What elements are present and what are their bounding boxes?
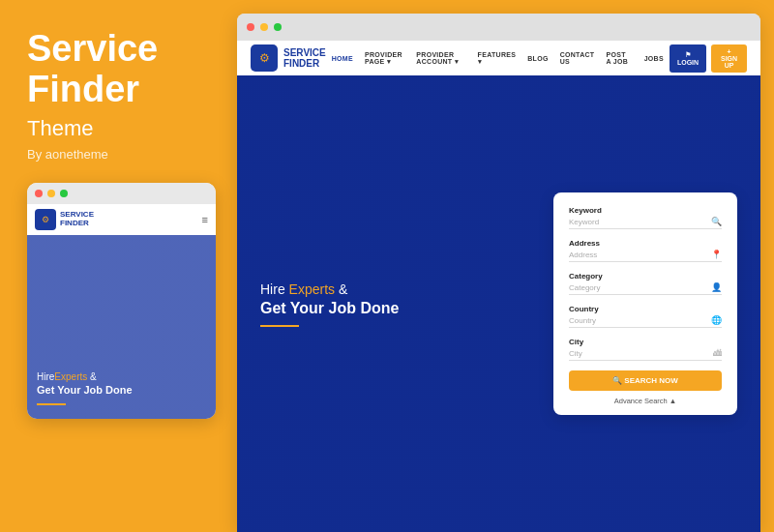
browser-titlebar <box>237 14 760 41</box>
desktop-hero: Hire Experts & Get Your Job Done Keyword… <box>237 75 760 532</box>
city-field: City City 🏙 <box>569 338 722 361</box>
nav-links: HOME PROVIDER PAGE ▾ PROVIDER ACCOUNT ▾ … <box>326 47 670 70</box>
desktop-mockup: ⚙ SERVICE FINDER HOME PROVIDER PAGE ▾ PR… <box>237 14 760 532</box>
category-label: Category <box>569 272 722 281</box>
desktop-logo: ⚙ SERVICE FINDER <box>251 44 326 72</box>
nav-provider-page[interactable]: PROVIDER PAGE ▾ <box>359 47 410 70</box>
mobile-logo-icon: ⚙ <box>35 209 56 230</box>
category-field: Category Category 👤 <box>569 272 722 295</box>
nav-provider-account[interactable]: PROVIDER ACCOUNT ▾ <box>410 47 471 70</box>
author-label: By aonetheme <box>27 147 108 162</box>
city-icon: 🏙 <box>713 348 722 358</box>
category-icon: 👤 <box>711 282 722 292</box>
signup-button[interactable]: + SIGN UP <box>711 44 747 73</box>
browser-dot-red <box>247 23 254 31</box>
mobile-titlebar <box>27 183 216 204</box>
theme-subtitle: Theme <box>27 116 93 141</box>
category-input-row: Category 👤 <box>569 282 722 295</box>
mobile-hero: HireExperts & Get Your Job Done <box>27 235 216 419</box>
mobile-logo-text: SERVICE FINDER <box>60 211 94 228</box>
nav-buttons: ⚑ LOGIN + SIGN UP <box>670 44 747 73</box>
mobile-hero-divider <box>37 403 66 405</box>
desktop-logo-text: SERVICE FINDER <box>283 47 326 69</box>
address-label: Address <box>569 239 722 248</box>
country-placeholder: Country <box>569 316 596 325</box>
search-now-button[interactable]: 🔍 SEARCH NOW <box>569 370 722 391</box>
address-input-row: Address 📍 <box>569 250 722 262</box>
hero-line1: Hire Experts & <box>260 281 553 297</box>
search-field-icon: 🔍 <box>711 217 722 226</box>
keyword-field: Keyword Keyword 🔍 <box>569 206 722 229</box>
login-button[interactable]: ⚑ LOGIN <box>670 44 706 73</box>
hamburger-icon[interactable]: ≡ <box>202 214 208 225</box>
city-placeholder: City <box>569 349 582 358</box>
browser-dot-yellow <box>260 23 268 31</box>
left-panel: Service Finder Theme By aonetheme ⚙ SERV… <box>0 0 237 532</box>
nav-features[interactable]: FEATURES ▾ <box>472 47 522 70</box>
hero-text-block: Hire Experts & Get Your Job Done <box>260 281 553 327</box>
address-placeholder: Address <box>569 251 597 259</box>
keyword-input-row: Keyword 🔍 <box>569 217 722 229</box>
hero-divider <box>260 325 299 327</box>
nav-jobs[interactable]: JOBS <box>639 51 670 66</box>
advance-search-link[interactable]: Advance Search ▲ <box>569 397 722 405</box>
dot-green <box>60 190 68 197</box>
country-field: Country Country 🌐 <box>569 305 722 328</box>
desktop-navbar: ⚙ SERVICE FINDER HOME PROVIDER PAGE ▾ PR… <box>237 41 760 75</box>
mobile-hero-line1: HireExperts & <box>37 371 206 382</box>
address-field: Address Address 📍 <box>569 239 722 262</box>
mobile-logo: ⚙ SERVICE FINDER <box>35 209 94 230</box>
mobile-navbar: ⚙ SERVICE FINDER ≡ <box>27 204 216 235</box>
keyword-label: Keyword <box>569 206 722 215</box>
main-title: Service Finder <box>27 29 158 110</box>
country-label: Country <box>569 305 722 313</box>
mobile-mockup: ⚙ SERVICE FINDER ≡ HireExperts & Get You… <box>27 183 216 419</box>
dot-yellow <box>47 190 55 197</box>
nav-home[interactable]: HOME <box>326 51 359 66</box>
nav-blog[interactable]: BLOG <box>521 51 553 66</box>
desktop-logo-icon: ⚙ <box>251 44 278 72</box>
hero-line2: Get Your Job Done <box>260 300 553 317</box>
country-icon: 🌐 <box>711 315 722 325</box>
category-placeholder: Category <box>569 283 600 292</box>
city-input-row: City 🏙 <box>569 348 722 361</box>
city-label: City <box>569 338 722 346</box>
search-card: Keyword Keyword 🔍 Address Address 📍 Cate… <box>553 192 737 415</box>
dot-red <box>35 190 43 197</box>
keyword-placeholder: Keyword <box>569 218 599 226</box>
mobile-hero-line2: Get Your Job Done <box>37 384 206 397</box>
nav-contact[interactable]: CONTACT US <box>554 47 601 69</box>
location-icon: 📍 <box>711 250 722 259</box>
country-input-row: Country 🌐 <box>569 315 722 328</box>
nav-post-job[interactable]: POST A JOB <box>600 47 638 69</box>
browser-dot-green <box>274 23 282 31</box>
